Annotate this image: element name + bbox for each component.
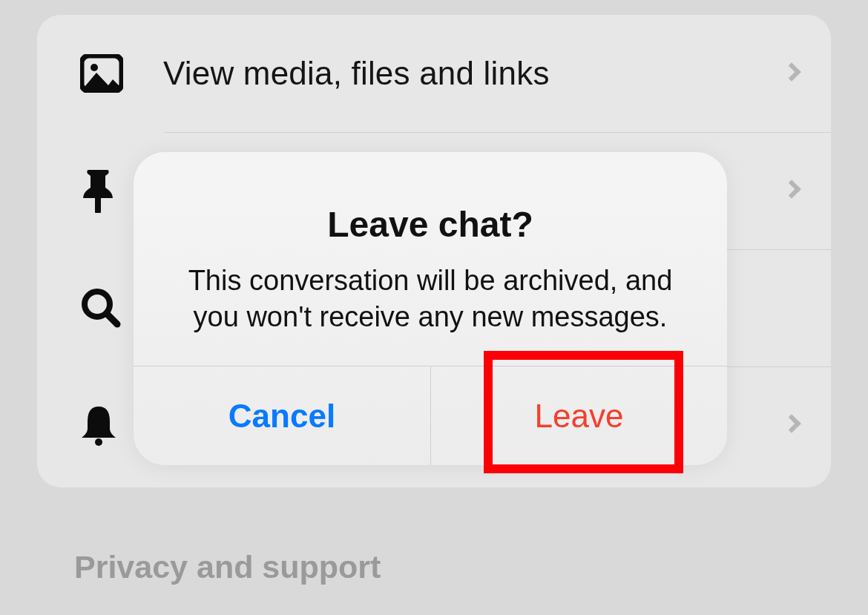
section-title-privacy-support: Privacy and support bbox=[74, 549, 381, 585]
cancel-button[interactable]: Cancel bbox=[134, 366, 430, 465]
dialog-body: Leave chat? This conversation will be ar… bbox=[134, 152, 727, 366]
svg-line-3 bbox=[107, 314, 117, 324]
svg-point-4 bbox=[95, 438, 102, 446]
leave-button[interactable]: Leave bbox=[430, 366, 727, 465]
chevron-right-icon bbox=[785, 182, 798, 199]
dialog-message: This conversation will be archived, and … bbox=[163, 263, 697, 336]
menu-item-label: View media, files and links bbox=[163, 55, 785, 92]
menu-item-view-media[interactable]: View media, files and links bbox=[37, 15, 831, 132]
chevron-right-icon bbox=[785, 417, 798, 433]
svg-point-1 bbox=[91, 64, 98, 71]
dialog-button-row: Cancel Leave bbox=[134, 366, 727, 465]
dialog-title: Leave chat? bbox=[163, 204, 697, 245]
leave-chat-dialog: Leave chat? This conversation will be ar… bbox=[134, 152, 727, 465]
image-icon bbox=[80, 54, 163, 93]
chevron-right-icon bbox=[785, 65, 798, 82]
